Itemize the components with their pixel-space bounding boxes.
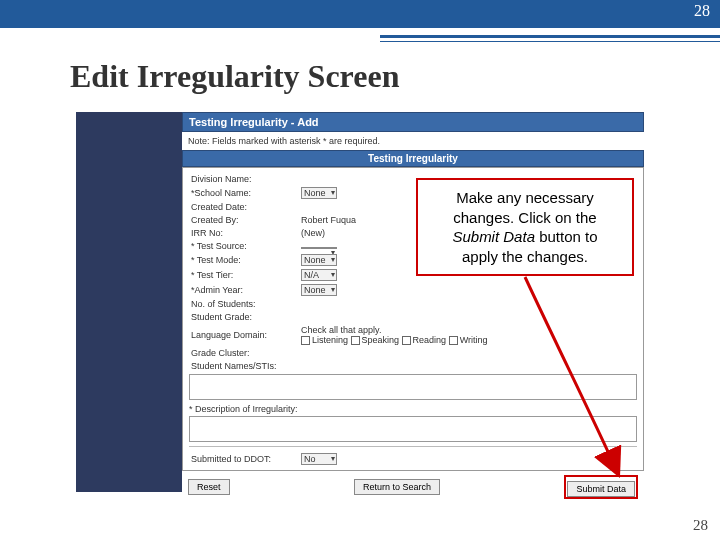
check-hint: Check all that apply. — [301, 325, 381, 335]
callout-line3b: button to — [535, 228, 598, 245]
return-button[interactable]: Return to Search — [354, 479, 440, 495]
callout-line1: Make any necessary — [456, 189, 594, 206]
checkbox-writing[interactable] — [449, 336, 458, 345]
label-no-students: No. of Students: — [189, 297, 299, 310]
page-number-bottom: 28 — [693, 517, 708, 534]
checkbox-speaking[interactable] — [351, 336, 360, 345]
required-note: Note: Fields marked with asterisk * are … — [182, 132, 644, 150]
page-title: Edit Irregularity Screen — [70, 58, 720, 95]
test-mode-select[interactable]: None — [301, 254, 337, 266]
left-nav-strip — [76, 112, 182, 492]
label-student-names: Student Names/STIs: — [189, 359, 299, 372]
callout-line4: apply the changes. — [462, 248, 588, 265]
label-test-tier: * Test Tier: — [189, 267, 299, 282]
form-header: Testing Irregularity - Add — [182, 112, 644, 132]
submitted-select[interactable]: No — [301, 453, 337, 465]
reset-button[interactable]: Reset — [188, 479, 230, 495]
test-tier-select[interactable]: N/A — [301, 269, 337, 281]
admin-year-select[interactable]: None — [301, 284, 337, 296]
accent-lines — [0, 28, 720, 42]
school-select[interactable]: None — [301, 187, 337, 199]
arrow-icon — [520, 272, 640, 482]
dom-listening: Listening — [312, 335, 348, 345]
label-created-date: Created Date: — [189, 200, 299, 213]
dom-writing: Writing — [460, 335, 488, 345]
callout-line3a: Submit Data — [452, 228, 535, 245]
value-created-by: Robert Fuqua — [301, 215, 356, 225]
label-created-by: Created By: — [189, 213, 299, 226]
dom-speaking: Speaking — [362, 335, 400, 345]
page-number-top: 28 — [694, 2, 710, 20]
label-division: Division Name: — [189, 172, 299, 185]
section-band: Testing Irregularity — [182, 150, 644, 167]
label-admin-year: *Admin Year: — [189, 282, 299, 297]
checkbox-listening[interactable] — [301, 336, 310, 345]
checkbox-reading[interactable] — [402, 336, 411, 345]
test-source-select[interactable] — [301, 247, 337, 249]
dom-reading: Reading — [413, 335, 447, 345]
label-school: *School Name: — [189, 185, 299, 200]
value-irr-no: (New) — [301, 228, 325, 238]
label-irr-no: IRR No: — [189, 226, 299, 239]
label-grade-cluster: Grade Cluster: — [189, 346, 299, 359]
label-submitted: Submitted to DDOT: — [189, 451, 299, 466]
instruction-callout: Make any necessary changes. Click on the… — [416, 178, 634, 276]
label-lang-domain: Language Domain: — [189, 323, 299, 346]
submit-button[interactable]: Submit Data — [567, 481, 635, 497]
label-test-mode: * Test Mode: — [189, 252, 299, 267]
label-student-grade: Student Grade: — [189, 310, 299, 323]
label-test-source: * Test Source: — [189, 239, 299, 252]
callout-line2: changes. Click on the — [453, 209, 596, 226]
